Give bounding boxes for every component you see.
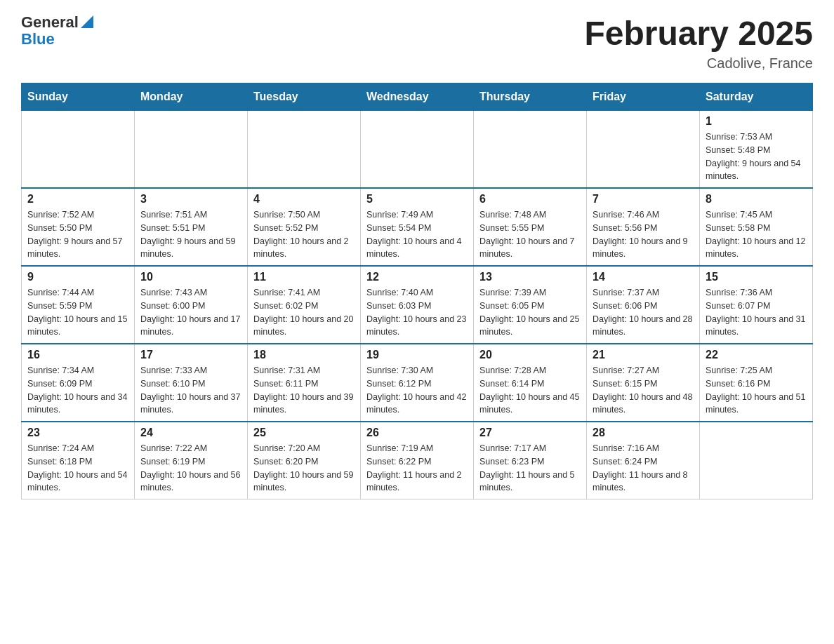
- day-number: 22: [706, 349, 807, 361]
- day-info: Sunrise: 7:17 AM: [479, 442, 581, 455]
- day-info: Sunset: 6:16 PM: [706, 377, 807, 391]
- table-row: 16Sunrise: 7:34 AMSunset: 6:09 PMDayligh…: [22, 344, 135, 422]
- title-area: February 2025 Cadolive, France: [584, 14, 813, 72]
- day-info: Sunrise: 7:19 AM: [366, 442, 468, 455]
- day-number: 2: [27, 193, 128, 206]
- day-info: Sunrise: 7:52 AM: [27, 208, 128, 222]
- day-info: Sunset: 6:19 PM: [140, 455, 241, 469]
- day-number: 10: [140, 271, 241, 283]
- day-info: Daylight: 10 hours and 48 minutes.: [593, 391, 694, 417]
- col-thursday: Thursday: [474, 83, 587, 111]
- table-row: [474, 111, 587, 189]
- day-info: Sunset: 6:20 PM: [253, 455, 355, 469]
- logo-triangle-icon: [81, 15, 93, 31]
- day-info: Sunset: 6:15 PM: [593, 377, 694, 391]
- day-number: 11: [253, 271, 355, 283]
- day-number: 7: [593, 193, 694, 206]
- day-info: Sunset: 5:48 PM: [706, 144, 807, 157]
- table-row: 19Sunrise: 7:30 AMSunset: 6:12 PMDayligh…: [361, 344, 474, 422]
- table-row: 24Sunrise: 7:22 AMSunset: 6:19 PMDayligh…: [135, 422, 248, 499]
- table-row: [361, 111, 474, 189]
- day-info: Sunrise: 7:34 AM: [27, 364, 128, 377]
- day-info: Daylight: 10 hours and 15 minutes.: [27, 313, 128, 340]
- day-info: Sunset: 6:10 PM: [140, 377, 241, 391]
- calendar-week-row: 1Sunrise: 7:53 AMSunset: 5:48 PMDaylight…: [22, 111, 813, 189]
- table-row: 1Sunrise: 7:53 AMSunset: 5:48 PMDaylight…: [700, 111, 813, 189]
- svg-marker-0: [81, 15, 93, 28]
- day-info: Sunset: 5:54 PM: [366, 222, 468, 235]
- day-info: Sunrise: 7:25 AM: [706, 364, 807, 377]
- calendar-subtitle: Cadolive, France: [584, 55, 813, 72]
- day-number: 19: [366, 349, 468, 361]
- calendar-week-row: 9Sunrise: 7:44 AMSunset: 5:59 PMDaylight…: [22, 266, 813, 344]
- day-info: Sunrise: 7:28 AM: [479, 364, 581, 377]
- day-number: 20: [479, 349, 581, 361]
- day-info: Sunrise: 7:48 AM: [479, 208, 581, 222]
- col-monday: Monday: [135, 83, 248, 111]
- table-row: 15Sunrise: 7:36 AMSunset: 6:07 PMDayligh…: [700, 266, 813, 344]
- day-info: Sunrise: 7:53 AM: [706, 130, 807, 144]
- day-info: Daylight: 10 hours and 56 minutes.: [140, 469, 241, 495]
- day-info: Sunset: 6:06 PM: [593, 300, 694, 313]
- day-info: Sunset: 5:55 PM: [479, 222, 581, 235]
- day-info: Sunrise: 7:37 AM: [593, 286, 694, 300]
- table-row: 22Sunrise: 7:25 AMSunset: 6:16 PMDayligh…: [700, 344, 813, 422]
- day-number: 12: [366, 271, 468, 283]
- calendar-title: February 2025: [584, 14, 813, 53]
- day-info: Daylight: 10 hours and 31 minutes.: [706, 313, 807, 340]
- day-info: Daylight: 10 hours and 17 minutes.: [140, 313, 241, 340]
- day-info: Daylight: 9 hours and 54 minutes.: [706, 157, 807, 184]
- day-number: 4: [253, 193, 355, 206]
- day-info: Daylight: 11 hours and 5 minutes.: [479, 469, 581, 495]
- table-row: 12Sunrise: 7:40 AMSunset: 6:03 PMDayligh…: [361, 266, 474, 344]
- table-row: 9Sunrise: 7:44 AMSunset: 5:59 PMDaylight…: [22, 266, 135, 344]
- day-info: Sunrise: 7:44 AM: [27, 286, 128, 300]
- day-info: Daylight: 10 hours and 9 minutes.: [593, 235, 694, 262]
- day-info: Sunrise: 7:39 AM: [479, 286, 581, 300]
- day-info: Sunrise: 7:36 AM: [706, 286, 807, 300]
- day-info: Sunrise: 7:31 AM: [253, 364, 355, 377]
- day-number: 17: [140, 349, 241, 361]
- col-sunday: Sunday: [22, 83, 135, 111]
- day-info: Daylight: 10 hours and 59 minutes.: [253, 469, 355, 495]
- day-number: 9: [27, 271, 128, 283]
- day-info: Sunset: 6:12 PM: [366, 377, 468, 391]
- day-info: Sunset: 5:51 PM: [140, 222, 241, 235]
- day-info: Sunset: 6:00 PM: [140, 300, 241, 313]
- day-info: Sunset: 6:14 PM: [479, 377, 581, 391]
- day-info: Sunrise: 7:33 AM: [140, 364, 241, 377]
- table-row: 3Sunrise: 7:51 AMSunset: 5:51 PMDaylight…: [135, 188, 248, 266]
- table-row: 28Sunrise: 7:16 AMSunset: 6:24 PMDayligh…: [587, 422, 700, 499]
- calendar-week-row: 23Sunrise: 7:24 AMSunset: 6:18 PMDayligh…: [22, 422, 813, 499]
- table-row: [135, 111, 248, 189]
- day-number: 21: [593, 349, 694, 361]
- day-number: 16: [27, 349, 128, 361]
- col-friday: Friday: [587, 83, 700, 111]
- col-wednesday: Wednesday: [361, 83, 474, 111]
- day-number: 13: [479, 271, 581, 283]
- day-info: Sunset: 5:56 PM: [593, 222, 694, 235]
- day-info: Sunset: 5:58 PM: [706, 222, 807, 235]
- day-info: Sunrise: 7:24 AM: [27, 442, 128, 455]
- table-row: 6Sunrise: 7:48 AMSunset: 5:55 PMDaylight…: [474, 188, 587, 266]
- calendar-week-row: 2Sunrise: 7:52 AMSunset: 5:50 PMDaylight…: [22, 188, 813, 266]
- day-info: Sunset: 5:52 PM: [253, 222, 355, 235]
- day-info: Sunset: 5:50 PM: [27, 222, 128, 235]
- day-number: 27: [479, 427, 581, 439]
- table-row: 26Sunrise: 7:19 AMSunset: 6:22 PMDayligh…: [361, 422, 474, 499]
- day-info: Daylight: 10 hours and 25 minutes.: [479, 313, 581, 340]
- day-info: Daylight: 10 hours and 54 minutes.: [27, 469, 128, 495]
- table-row: [248, 111, 361, 189]
- day-info: Daylight: 11 hours and 2 minutes.: [366, 469, 468, 495]
- day-number: 28: [593, 427, 694, 439]
- table-row: 5Sunrise: 7:49 AMSunset: 5:54 PMDaylight…: [361, 188, 474, 266]
- day-info: Daylight: 10 hours and 37 minutes.: [140, 391, 241, 417]
- day-info: Daylight: 10 hours and 4 minutes.: [366, 235, 468, 262]
- day-number: 14: [593, 271, 694, 283]
- day-number: 18: [253, 349, 355, 361]
- day-number: 1: [706, 115, 807, 128]
- table-row: 18Sunrise: 7:31 AMSunset: 6:11 PMDayligh…: [248, 344, 361, 422]
- day-info: Sunset: 6:09 PM: [27, 377, 128, 391]
- day-info: Daylight: 10 hours and 42 minutes.: [366, 391, 468, 417]
- table-row: 2Sunrise: 7:52 AMSunset: 5:50 PMDaylight…: [22, 188, 135, 266]
